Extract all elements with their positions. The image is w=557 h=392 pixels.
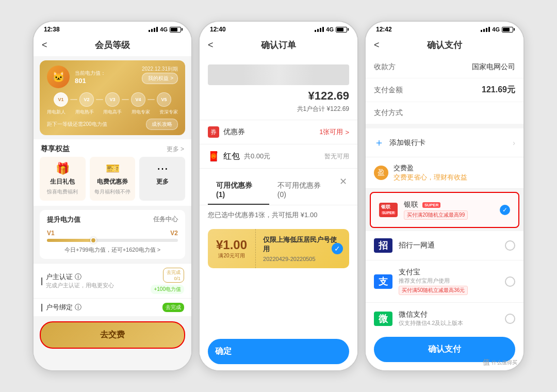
cmb-radio bbox=[505, 240, 515, 251]
phone2-time: 12:40 bbox=[210, 26, 226, 33]
phone2-status-right: 4G bbox=[315, 26, 347, 32]
hint-text: 距下一等级还需200电力值 bbox=[47, 121, 107, 128]
exchange-row: 盈 交费盈 交费更省心，理财有收益 bbox=[366, 157, 523, 189]
phone2-network: 4G bbox=[326, 26, 334, 32]
privilege-title: 尊享权益 bbox=[41, 144, 70, 154]
phone3-back-arrow[interactable]: < bbox=[374, 40, 380, 51]
method-cmb[interactable]: 招 招行一网通 bbox=[366, 231, 523, 260]
level-end: V2 bbox=[170, 230, 178, 237]
power-section: 提升电力值 任务中心 V1 V2 今日+799电力值，还可+1620电力值 > bbox=[40, 210, 185, 259]
level-v2: V2 bbox=[79, 92, 94, 107]
pay-method-label-row: 支付方式 bbox=[366, 102, 523, 124]
privilege-section-header: 尊享权益 更多 > bbox=[34, 139, 191, 157]
phone3-network: 4G bbox=[492, 26, 500, 32]
order-amount: ¥122.69 bbox=[208, 89, 349, 103]
phone1-page-title: 会员等级 bbox=[95, 39, 130, 51]
amount-row: 支付金额 121.69元 bbox=[366, 78, 523, 102]
level-v4: V4 bbox=[131, 92, 145, 107]
pay-button[interactable]: 去交费 bbox=[40, 321, 185, 349]
auth-task1-status[interactable]: 去完成0/1 bbox=[163, 268, 184, 283]
alipay-info: 支付宝 推荐支付宝用户使用 买付满50随机立减最高36元 bbox=[399, 268, 499, 295]
auth-task1-reward: +100电力值 bbox=[151, 285, 184, 294]
amount-label: 支付金额 bbox=[374, 86, 403, 95]
alipay-logo: 支 bbox=[374, 274, 392, 289]
popup-tab-unavailable[interactable]: 不可用优惠券 (0) bbox=[269, 176, 337, 205]
unionpay-radio: ✓ bbox=[500, 205, 510, 215]
birthday-icon: 🎁 bbox=[44, 162, 81, 175]
method-unionpay[interactable]: 银联SUPER 银联 SUPER 买付满20随机立减最高99 ✓ bbox=[370, 192, 519, 228]
coupon-label: 优惠券 bbox=[223, 127, 245, 137]
confirm-button[interactable]: 确定 bbox=[208, 339, 349, 364]
auth-task-1: | 户主认证 ⓘ 完成户主认证，用电更安心 去完成0/1 +100电力值 bbox=[34, 263, 191, 298]
task-link[interactable]: 任务中心 bbox=[153, 215, 178, 224]
cmb-logo: 招 bbox=[374, 238, 392, 253]
phone3-page-title: 确认支付 bbox=[427, 39, 462, 51]
coupon-name: 电费优惠券 bbox=[94, 177, 132, 186]
cmb-name: 招行一网通 bbox=[399, 241, 499, 250]
unionpay-info: 银联 SUPER 买付满20随机立减最高99 bbox=[404, 200, 494, 220]
benefits-btn[interactable]: 我的权益 > bbox=[142, 73, 178, 84]
alipay-radio bbox=[505, 276, 515, 287]
growth-btn[interactable]: 成长攻略 bbox=[146, 119, 178, 130]
coupon-condition: 满20元可用 bbox=[216, 252, 247, 259]
phone2-back-arrow[interactable]: < bbox=[208, 40, 214, 51]
progress-hint[interactable]: 今日+799电力值，还可+1620电力值 > bbox=[47, 246, 178, 254]
add-card-text: 添加银行卡 bbox=[389, 138, 507, 148]
avatar: 🐱 bbox=[47, 66, 70, 88]
coupon-item[interactable]: ¥1.00 满20元可用 仅限上海低压居民户号使用 20220429-20220… bbox=[208, 229, 349, 268]
gold-card-top: 🐱 当前电力值： 801 2022.12.31到期 我的权益 > bbox=[47, 66, 178, 88]
add-card-row[interactable]: ＋ 添加银行卡 › bbox=[366, 128, 523, 157]
unionpay-logo: 银联SUPER bbox=[379, 203, 398, 217]
method-wechat[interactable]: 微 微信支付 仅支持微信4.2及以上版本 bbox=[366, 303, 523, 332]
exchange-icon: 盈 bbox=[374, 166, 388, 180]
popup-info: 您已选中优惠券1张，共可抵用 ¥1.00 bbox=[200, 205, 357, 225]
auth-task2-status[interactable]: 去完成 bbox=[162, 303, 184, 312]
phone2-status-bar: 12:40 4G bbox=[200, 22, 357, 35]
unionpay-name: 银联 SUPER bbox=[404, 200, 494, 209]
add-card-chevron: › bbox=[513, 139, 515, 147]
pay-info-section: 收款方 国家电网公司 支付金额 121.69元 支付方式 bbox=[366, 56, 523, 124]
progress-fill bbox=[47, 239, 93, 242]
power-section-header: 提升电力值 任务中心 bbox=[47, 215, 178, 224]
auth-task2-name: 户号绑定 ⓘ bbox=[46, 303, 81, 312]
progress-dot bbox=[90, 237, 96, 243]
auth-task1-icon: | bbox=[41, 276, 43, 286]
method-alipay[interactable]: 支 支付宝 推荐支付宝用户使用 买付满50随机立减最高36元 bbox=[366, 260, 523, 303]
wechat-desc: 仅支持微信4.2及以上版本 bbox=[399, 319, 499, 327]
amount-blur bbox=[208, 64, 349, 85]
birthday-desc: 惊喜电费福利 bbox=[44, 188, 81, 195]
phone1-battery bbox=[170, 27, 181, 32]
payee-value: 国家电网公司 bbox=[472, 62, 515, 72]
watermark-text: 什么值得买 bbox=[492, 359, 517, 366]
coupon-available: 1张可用 > bbox=[319, 127, 349, 137]
level-track: V1 V2 V3 V4 V5 bbox=[47, 92, 178, 107]
power-label: 当前电力值： bbox=[75, 70, 106, 77]
red-pack-label: 红包 bbox=[223, 151, 240, 162]
popup-tab-available[interactable]: 可用优惠券 (1) bbox=[208, 176, 269, 205]
avatar-area: 🐱 当前电力值： 801 bbox=[47, 66, 106, 88]
auth-task1-desc: 完成户主认证，用电更安心 bbox=[46, 282, 114, 289]
payee-label: 收款方 bbox=[374, 62, 396, 72]
popup-tabs: 可用优惠券 (1) 不可用优惠券 (0) bbox=[208, 176, 337, 205]
pay-header: < 确认支付 bbox=[366, 35, 523, 56]
alipay-promo: 买付满50随机立减最高36元 bbox=[399, 286, 468, 295]
exchange-label: 交费盈 bbox=[394, 164, 467, 173]
phone3-battery bbox=[502, 27, 513, 32]
coupon-ticket-icon: 券 bbox=[208, 126, 219, 138]
phone3-status-right: 4G bbox=[481, 26, 513, 32]
privilege-more[interactable]: 更多 > bbox=[167, 145, 184, 154]
cmb-info: 招行一网通 bbox=[399, 241, 499, 250]
phone2-content: < 确认订单 ¥122.69 共1户合计 ¥122.69 券 优惠券 1张可用 … bbox=[200, 35, 357, 370]
watermark: 值 什么值得买 bbox=[483, 358, 517, 367]
coupon-row[interactable]: 券 优惠券 1张可用 > bbox=[200, 120, 357, 144]
popup-close-icon[interactable]: ✕ bbox=[337, 176, 349, 205]
benefits-grid: 🎁 生日礼包 惊喜电费福利 🎫 电费优惠券 每月福利领不停 ⋯ 更多 bbox=[34, 157, 191, 206]
confirm-btn-area: 确定 bbox=[200, 333, 357, 370]
phone3-status-bar: 12:42 4G bbox=[366, 22, 523, 35]
phone2-page-title: 确认订单 bbox=[261, 39, 296, 51]
red-pack-status: 暂无可用 bbox=[324, 152, 349, 161]
phone1-signal bbox=[149, 27, 158, 32]
phone1: 12:38 4G < 会员等级 bbox=[32, 21, 192, 371]
progress-bar bbox=[47, 239, 178, 242]
phone1-back-arrow[interactable]: < bbox=[42, 40, 47, 51]
